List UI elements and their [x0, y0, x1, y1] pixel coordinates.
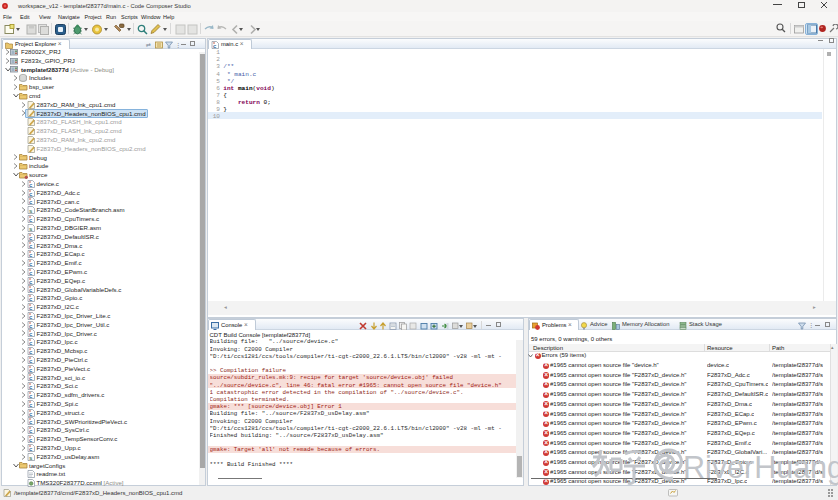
- svg-text:RiverHuang: RiverHuang: [683, 450, 838, 485]
